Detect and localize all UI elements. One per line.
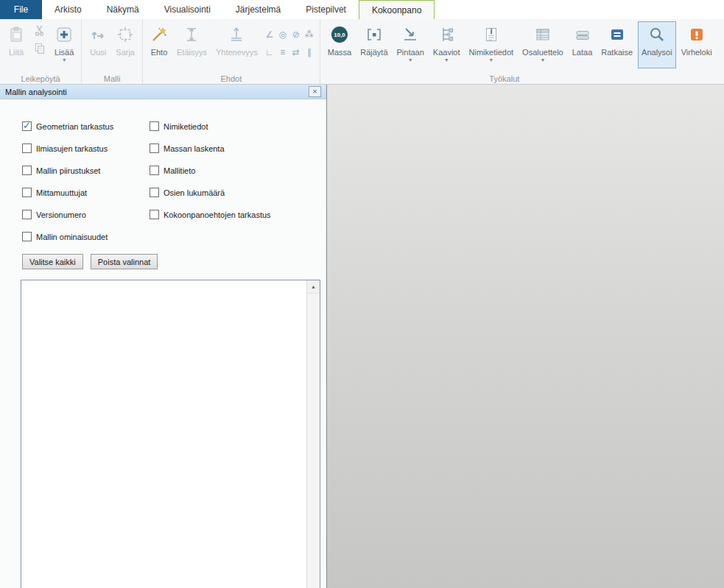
analyze-magnifier-icon xyxy=(648,24,666,46)
add-button[interactable]: Lisää ▾ xyxy=(51,21,77,68)
ribbon-group-clipboard: Liitä xyxy=(0,19,82,84)
error-log-button[interactable]: Virheloki xyxy=(678,21,716,68)
checkbox-geometrian-tarkastus[interactable]: Geometrian tarkastus xyxy=(22,121,150,131)
group-label-tools: Työkalut xyxy=(460,74,549,83)
clear-selections-button[interactable]: Poista valinnat xyxy=(91,254,158,269)
checkbox-massan-laskenta[interactable]: Massan laskenta xyxy=(150,144,271,153)
results-listbox[interactable]: ▲ xyxy=(21,280,320,588)
cut-button[interactable] xyxy=(32,24,48,39)
mass-button[interactable]: 10,0 Massa xyxy=(324,21,355,68)
paste-button[interactable]: Liitä xyxy=(4,21,29,68)
checkbox-kokoonpanoehtojen-tarkastus[interactable]: Kokoonpanoehtojen tarkastus xyxy=(150,210,271,219)
coincidence-button[interactable]: Yhtenevyys xyxy=(212,21,261,68)
item-data-button[interactable]: i Nimiketiedot ▾ xyxy=(465,21,518,68)
copy-button[interactable] xyxy=(32,43,48,57)
perpendicular-constraint-icon[interactable]: ∟ xyxy=(263,45,276,59)
panel-title: Mallin analysointi xyxy=(5,88,67,96)
checkbox-box xyxy=(22,188,32,197)
checkbox-label: Kokoonpanoehtojen tarkastus xyxy=(164,210,271,219)
group-label-clipboard: Leikepöytä xyxy=(0,74,81,83)
viewport[interactable] xyxy=(327,85,724,588)
new-button[interactable]: Uusi xyxy=(85,21,110,68)
cut-icon xyxy=(34,24,46,39)
close-icon[interactable]: × xyxy=(309,86,321,97)
coincident-constraint-icon[interactable]: ∥ xyxy=(303,45,316,59)
concentric-constraint-icon[interactable]: ◎ xyxy=(276,27,289,41)
listbox-scrollbar[interactable]: ▲ xyxy=(306,280,320,588)
to-surface-button[interactable]: Pintaan ▾ xyxy=(393,21,428,68)
checkbox-label: Nimiketiedot xyxy=(164,122,208,131)
chevron-down-icon: ▾ xyxy=(541,57,544,63)
tab-arkisto[interactable]: Arkisto xyxy=(42,0,94,19)
schemes-icon xyxy=(437,24,455,46)
load-label: Lataa xyxy=(572,48,593,57)
checkbox-mallitieto[interactable]: Mallitieto xyxy=(150,166,271,175)
checkbox-box xyxy=(22,232,32,241)
paste-icon xyxy=(7,24,25,46)
checkbox-mallin-ominaisuudet[interactable]: Mallin ominaisuudet xyxy=(22,232,150,241)
tab-visualisointi[interactable]: Visualisointi xyxy=(152,0,223,19)
constraint-icon-grid: ∠ ◎ ⊘ ⁂ ∟ ≡ ⇄ ∥ xyxy=(263,27,316,59)
file-menu-button[interactable]: File xyxy=(0,0,42,19)
explode-icon xyxy=(365,24,383,46)
checkbox-box-checked xyxy=(22,121,32,131)
tab-kokoonpano[interactable]: Kokoonpano xyxy=(359,0,435,20)
panel-button-row: Valitse kaikki Poista valinnat xyxy=(22,254,326,269)
series-icon xyxy=(116,24,134,46)
checkbox-label: Mallin piirustukset xyxy=(36,166,100,175)
tangent-constraint-icon[interactable]: ⊘ xyxy=(289,27,303,41)
to-surface-label: Pintaan xyxy=(397,48,424,57)
checkbox-box xyxy=(22,210,32,219)
clipboard-small-buttons xyxy=(30,21,49,57)
checkbox-ilmiasujen-tarkastus[interactable]: Ilmiasujen tarkastus xyxy=(22,144,150,153)
chevron-down-icon: ▾ xyxy=(63,57,66,63)
new-label: Uusi xyxy=(90,48,106,57)
distance-icon xyxy=(183,24,200,46)
intersection-constraint-icon[interactable]: ⁂ xyxy=(303,27,316,41)
checkbox-osien-lukumaara[interactable]: Osien lukumäärä xyxy=(150,188,271,197)
parts-list-label: Osaluettelo xyxy=(522,48,563,57)
condition-button[interactable]: Ehto xyxy=(147,21,172,68)
checkbox-box xyxy=(22,144,32,153)
coincidence-icon xyxy=(228,24,245,46)
symmetry-constraint-icon[interactable]: ⇄ xyxy=(289,45,303,59)
add-plus-icon xyxy=(55,24,73,46)
coincidence-label: Yhtenevyys xyxy=(216,48,258,57)
solve-icon xyxy=(608,24,626,46)
tab-jarjestelma[interactable]: Järjestelmä xyxy=(223,0,293,19)
checkbox-mallin-piirustukset[interactable]: Mallin piirustukset xyxy=(22,166,150,175)
paste-label: Liitä xyxy=(9,48,24,57)
group-label-model: Malli xyxy=(82,74,142,83)
distance-button[interactable]: Etäisyys xyxy=(173,21,211,68)
solve-label: Ratkaise xyxy=(601,48,633,57)
explode-label: Räjäytä xyxy=(360,48,387,57)
parallel-constraint-icon[interactable]: ≡ xyxy=(276,45,289,59)
checkbox-column-left: Geometrian tarkastus Ilmiasujen tarkastu… xyxy=(22,121,150,254)
checkbox-mittamuuttujat[interactable]: Mittamuuttujat xyxy=(22,188,150,197)
checkbox-label: Ilmiasujen tarkastus xyxy=(36,144,108,153)
load-button[interactable]: Lataa xyxy=(569,21,597,68)
group-label-constraints: Ehdot xyxy=(143,74,320,83)
series-label: Sarja xyxy=(116,48,135,57)
analyze-button[interactable]: Analysoi xyxy=(638,21,676,68)
angle-constraint-icon[interactable]: ∠ xyxy=(263,27,276,41)
checkbox-versionumero[interactable]: Versionumero xyxy=(22,210,150,219)
checkbox-column-right: Nimiketiedot Massan laskenta Mallitieto … xyxy=(150,121,271,254)
new-icon xyxy=(89,24,107,46)
tab-pistepilvet[interactable]: Pistepilvet xyxy=(293,0,359,19)
checkbox-label: Mittamuuttujat xyxy=(36,188,87,197)
checkbox-nimiketiedot[interactable]: Nimiketiedot xyxy=(150,121,271,131)
tab-nakyma[interactable]: Näkymä xyxy=(94,0,152,19)
checkbox-box xyxy=(150,121,159,131)
parts-list-button[interactable]: Osaluettelo ▾ xyxy=(519,21,567,68)
solve-button[interactable]: Ratkaise xyxy=(597,21,636,68)
select-all-button[interactable]: Valitse kaikki xyxy=(22,254,83,269)
to-surface-icon xyxy=(401,24,419,46)
schemes-button[interactable]: Kaaviot ▾ xyxy=(429,21,464,68)
scroll-up-icon[interactable]: ▲ xyxy=(307,280,320,294)
explode-button[interactable]: Räjäytä xyxy=(356,21,391,68)
condition-wand-icon xyxy=(150,24,168,46)
chevron-down-icon: ▾ xyxy=(490,57,493,63)
error-log-icon xyxy=(688,24,706,46)
series-button[interactable]: Sarja xyxy=(112,21,138,68)
